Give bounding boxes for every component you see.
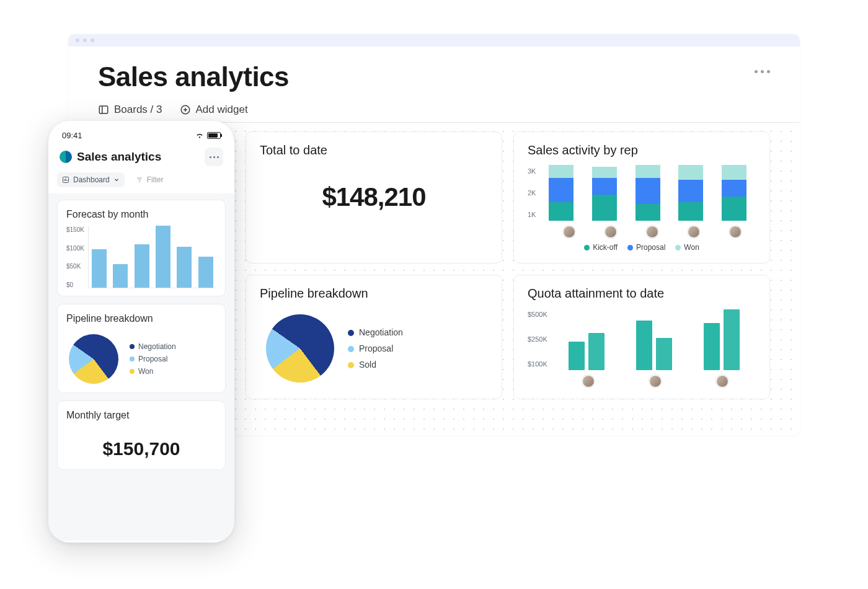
chart-y-axis: $500K $250K $100K xyxy=(528,308,552,370)
traffic-light-dot xyxy=(83,38,87,42)
card-sales-activity[interactable]: Sales activity by rep 3K 2K 1K xyxy=(513,131,770,264)
avatar[interactable] xyxy=(649,375,662,388)
dashboard-selector[interactable]: Dashboard xyxy=(57,172,125,187)
window-titlebar xyxy=(68,34,800,46)
filter-label: Filter xyxy=(147,175,164,184)
battery-icon xyxy=(207,132,221,139)
dashboard-label: Dashboard xyxy=(73,175,110,184)
boards-selector[interactable]: Boards / 3 xyxy=(98,104,162,116)
stacked-bar-chart: 3K 2K 1K xyxy=(528,165,756,221)
bar xyxy=(198,257,213,288)
pie-chart-row: Negotiation Proposal Won xyxy=(66,330,216,385)
card-title: Total to date xyxy=(260,143,488,157)
page-header: Sales analytics xyxy=(68,46,800,92)
ytick: 1K xyxy=(528,211,536,218)
card-title: Pipeline breakdown xyxy=(260,286,488,301)
legend-label: Negotiation xyxy=(359,327,403,337)
bar xyxy=(92,249,107,288)
mobile-card-pipeline[interactable]: Pipeline breakdown Negotiation Proposal … xyxy=(57,304,226,393)
total-to-date-value: $148,210 xyxy=(260,165,488,219)
filter-icon xyxy=(136,176,143,184)
filter-button[interactable]: Filter xyxy=(131,172,169,187)
chart-icon xyxy=(62,176,69,184)
stacked-bars xyxy=(539,165,756,221)
rep-avatars xyxy=(528,370,756,388)
mobile-card-forecast[interactable]: Forecast by month $150K $100K $50K $0 xyxy=(57,200,226,296)
legend-item[interactable]: Won xyxy=(675,243,699,252)
legend-item[interactable]: Negotiation xyxy=(348,327,403,337)
boards-label: Boards / 3 xyxy=(114,104,162,116)
bar-pair xyxy=(636,321,672,370)
card-total-to-date[interactable]: Total to date $148,210 xyxy=(246,131,502,264)
forecast-bars xyxy=(88,226,216,288)
legend-label: Negotiation xyxy=(138,342,176,351)
legend-item[interactable]: Proposal xyxy=(627,243,665,252)
avatar[interactable] xyxy=(688,226,700,238)
ytick: $0 xyxy=(66,281,84,288)
stacked-col xyxy=(722,165,746,221)
status-bar: 09:41 xyxy=(57,130,226,146)
bar xyxy=(135,244,149,288)
card-quota-attainment[interactable]: Quota attainment to date $500K $250K $10… xyxy=(513,275,770,399)
monthly-target-value: $150,700 xyxy=(66,427,216,462)
pie-chart-row: Negotiation Proposal Sold xyxy=(260,308,488,386)
legend-label: Won xyxy=(138,367,153,376)
bar-pair xyxy=(569,333,604,370)
ytick: 2K xyxy=(528,189,536,197)
avatar[interactable] xyxy=(563,226,575,238)
chart-legend: Kick-off Proposal Won xyxy=(528,238,756,252)
mobile-preview: 09:41 Sales analytics Dashboard xyxy=(48,121,234,542)
pie-chart xyxy=(252,301,347,396)
wifi-icon xyxy=(195,133,204,139)
add-widget-label: Add widget xyxy=(196,104,248,116)
add-widget-button[interactable]: Add widget xyxy=(180,104,248,116)
mobile-page-title: Sales analytics xyxy=(77,150,161,164)
avatar[interactable] xyxy=(729,226,742,238)
legend-item[interactable]: Kick-off xyxy=(584,243,618,252)
card-pipeline-breakdown[interactable]: Pipeline breakdown Negotiation Proposal … xyxy=(246,275,502,399)
legend-label: Sold xyxy=(359,360,376,370)
ytick: $100K xyxy=(66,245,84,252)
bar xyxy=(113,264,128,288)
panel-icon xyxy=(98,104,109,115)
mobile-header: Sales analytics xyxy=(57,146,226,172)
stacked-col xyxy=(549,165,574,221)
ytick: $100K xyxy=(528,360,547,368)
legend-item[interactable]: Sold xyxy=(348,360,403,370)
avatar[interactable] xyxy=(582,375,595,388)
stacked-col xyxy=(592,167,617,221)
ytick: 3K xyxy=(528,167,536,175)
svg-rect-0 xyxy=(99,106,108,113)
chevron-down-icon xyxy=(113,177,120,183)
traffic-light-dot xyxy=(76,38,79,42)
legend-label: Proposal xyxy=(138,355,167,363)
mobile-more-button[interactable] xyxy=(205,148,223,166)
stacked-col xyxy=(636,165,660,221)
grouped-bars xyxy=(552,308,756,370)
bar xyxy=(156,226,170,288)
app-logo-icon xyxy=(60,151,72,163)
card-title: Quota attainment to date xyxy=(528,286,756,301)
card-title: Sales activity by rep xyxy=(528,143,756,157)
avatar[interactable] xyxy=(604,226,617,238)
avatar[interactable] xyxy=(646,226,658,238)
ytick: $50K xyxy=(66,263,84,270)
mobile-card-monthly-target[interactable]: Monthly target $150,700 xyxy=(57,401,226,470)
chart-y-axis: $150K $100K $50K $0 xyxy=(66,226,88,288)
avatar[interactable] xyxy=(716,375,728,388)
bar xyxy=(177,247,192,288)
legend-item[interactable]: Proposal xyxy=(130,355,176,363)
legend-item[interactable]: Won xyxy=(130,367,176,376)
forecast-chart: $150K $100K $50K $0 xyxy=(66,226,216,288)
ytick: $150K xyxy=(66,226,84,233)
card-title: Pipeline breakdown xyxy=(66,313,216,324)
card-title: Forecast by month xyxy=(66,209,216,220)
more-menu-button[interactable] xyxy=(755,61,770,73)
legend-item[interactable]: Negotiation xyxy=(130,342,176,351)
ytick: $500K xyxy=(528,311,547,318)
status-time: 09:41 xyxy=(62,131,82,140)
legend-item[interactable]: Proposal xyxy=(348,343,403,353)
chart-y-axis: 3K 2K 1K xyxy=(528,165,539,221)
mobile-card-list[interactable]: Forecast by month $150K $100K $50K $0 xyxy=(48,193,234,541)
mobile-toolbar: Dashboard Filter xyxy=(57,172,226,193)
